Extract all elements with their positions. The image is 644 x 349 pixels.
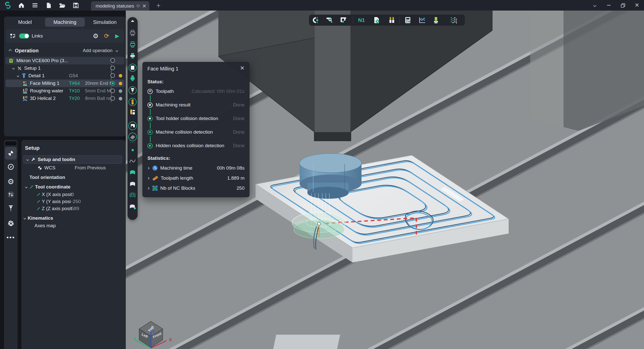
mode-sidebar: ⚙ ••• (4, 140, 18, 349)
tool-coordinate-header[interactable]: Tool coordinate (25, 184, 70, 190)
calculator-icon[interactable] (402, 15, 414, 26)
expand-chevron-icon[interactable] (147, 167, 150, 169)
caliper-icon[interactable] (338, 15, 349, 26)
status-ring[interactable] (110, 66, 115, 70)
tab-machining[interactable]: Machining (45, 18, 85, 27)
save-button[interactable] (69, 0, 83, 11)
minimize-button[interactable] (602, 0, 616, 11)
status-ring[interactable] (110, 73, 115, 78)
popup-close-icon[interactable]: ✕ (238, 64, 246, 72)
status-ring[interactable] (110, 96, 115, 101)
run-simulation-icon[interactable]: ▶ (115, 33, 119, 39)
tab-close-icon[interactable]: ✕ (142, 3, 146, 9)
tree-row-machine[interactable]: Mikron VCE600 Pro (3... (6, 57, 124, 64)
axes-map-row[interactable]: Axes map (34, 223, 56, 228)
tree-row-face-milling[interactable]: Face Milling 1 T#64 20mm End M (6, 80, 124, 87)
close-button[interactable]: ✕ (630, 0, 644, 11)
curve-display-icon[interactable] (128, 159, 138, 164)
main-menu-button[interactable] (28, 0, 42, 11)
stat-toolpath-length[interactable]: Toolpath length1.889 m (147, 175, 245, 182)
machine-visibility-off-icon[interactable] (128, 30, 138, 36)
open-file-button[interactable] (55, 0, 69, 11)
machine-head-icon[interactable] (128, 53, 138, 59)
expand-chevron-icon[interactable] (147, 187, 150, 189)
status-connector (150, 109, 151, 115)
holder-visibility-icon[interactable] (128, 98, 138, 106)
expand-chevron-icon[interactable] (12, 67, 15, 69)
recalculate-icon[interactable]: ⟳ (104, 32, 109, 40)
axis-row-z[interactable]: Z (Z axis posit 589 (36, 206, 72, 211)
nc-code-button[interactable]: N1 (356, 15, 367, 26)
sidebar-item-more[interactable]: ••• (4, 234, 18, 241)
graph-analysis-icon[interactable] (416, 15, 428, 26)
stock-visibility-icon[interactable] (128, 63, 138, 72)
restore-button[interactable] (616, 0, 630, 11)
tree-row-helical[interactable]: 3D Helical 2 T#20 8mm Ball no (6, 95, 124, 102)
tree-row-detail[interactable]: Detail 1 G54 (6, 72, 124, 80)
postprocessor-icon[interactable] (371, 15, 382, 26)
stat-machining-time[interactable]: Machining time00h 09m 08s (147, 165, 245, 172)
surface-shaded-icon[interactable] (128, 169, 138, 175)
expand-chevron-icon[interactable] (26, 158, 29, 161)
machine-icon (9, 58, 14, 64)
tool-wear-icon[interactable] (430, 15, 442, 26)
expand-chevron-icon[interactable] (24, 217, 26, 219)
stat-nc-blocks[interactable]: Nb of NC Blocks250 (147, 185, 245, 192)
settings-gear-icon[interactable]: ⚙ (93, 32, 98, 40)
tool-library-icon[interactable] (386, 15, 398, 26)
setup-tooling-row[interactable]: Setup and toolin (23, 156, 122, 164)
sidebar-item-rotary[interactable] (4, 220, 18, 227)
document-tab[interactable]: modeling statuses ✕ (91, 1, 149, 11)
kinematics-header[interactable]: Kinematics (24, 215, 53, 221)
point-grid-icon[interactable] (448, 15, 459, 26)
wcs-row[interactable]: WCS From Previous (37, 165, 55, 171)
sidebar-item-transform[interactable] (4, 191, 18, 198)
status-ring[interactable] (110, 58, 115, 63)
operations-panel: Model Machining Simulation Links ⚙ ⟳ ▶ O… (4, 17, 126, 136)
tape-measure-icon[interactable] (323, 15, 335, 26)
tab-model[interactable]: Model (5, 18, 45, 27)
new-file-button[interactable] (42, 0, 55, 11)
snap-tool-icon[interactable] (309, 15, 320, 26)
toolpath-visibility-icon[interactable] (128, 132, 138, 141)
fixture-visibility-icon[interactable] (128, 75, 138, 82)
links-toggle[interactable] (19, 33, 29, 38)
tab-simulation[interactable]: Simulation (85, 18, 125, 27)
machine-visibility-on-icon[interactable] (128, 41, 138, 48)
machine-collision-status-icon (147, 130, 153, 135)
tree-row-setup[interactable]: Setup 1 (6, 64, 124, 72)
axis-row-y[interactable]: Y (Y axis posi -250 (36, 199, 71, 204)
expand-chevron-icon[interactable] (25, 186, 28, 188)
tool-block-icon[interactable] (128, 109, 138, 115)
new-tab-button[interactable]: + (154, 2, 163, 10)
wcs-icon (37, 166, 42, 170)
expand-chevron-icon[interactable] (17, 74, 19, 77)
operation-header: Operation Add operation (9, 46, 122, 55)
window-menu-chevron[interactable] (588, 0, 602, 11)
status-ring[interactable] (110, 89, 115, 93)
tree-row-roughing[interactable]: Roughing waterli... T#10 5mm End M (6, 87, 124, 95)
collapse-chevron-icon[interactable] (9, 49, 12, 52)
title-bar: modeling statuses ✕ + ✕ (0, 0, 644, 11)
surface-plain-icon[interactable] (128, 181, 138, 187)
sidebar-item-settings[interactable]: ⚙ (4, 177, 18, 186)
sidebar-item-setup-active[interactable] (5, 147, 17, 160)
add-operation-button[interactable]: Add operation (83, 48, 112, 53)
workpiece-visibility-icon[interactable] (128, 121, 138, 130)
expand-chevron-icon[interactable] (147, 177, 150, 179)
sidebar-item-tool[interactable] (4, 205, 18, 212)
add-operation-chevron-icon[interactable] (116, 49, 118, 52)
scroll-up-icon[interactable] (128, 20, 138, 22)
home-button[interactable] (15, 0, 28, 11)
point-display-icon[interactable] (128, 149, 138, 151)
status-hidden-nodes: Hidden nodes collision detectionDone (147, 142, 245, 149)
tool-visibility-icon[interactable] (128, 86, 138, 95)
surface-mesh-icon[interactable] (128, 192, 138, 198)
toolpath-status-icon (147, 89, 153, 94)
axis-row-x[interactable]: X (X axis posit 0 (36, 192, 72, 197)
status-ring-active[interactable] (110, 81, 115, 86)
sidebar-item-navigate[interactable] (4, 164, 18, 170)
surface-edges-icon[interactable] (128, 203, 138, 210)
sidebar-handle[interactable] (5, 141, 17, 145)
view-filter-toolbar (128, 17, 138, 220)
